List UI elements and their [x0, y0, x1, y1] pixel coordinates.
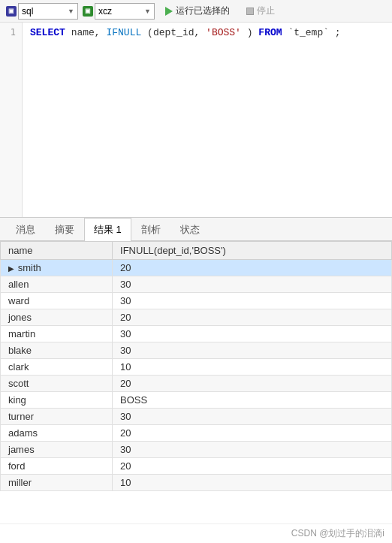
- stop-button[interactable]: 停止: [240, 3, 281, 19]
- db-selector[interactable]: ▣ sql ▼: [6, 3, 78, 20]
- cell-name: ▶ smith: [1, 260, 113, 276]
- tab-message[interactable]: 消息: [6, 218, 45, 241]
- cell-value: 30: [113, 409, 392, 425]
- cell-value: 30: [113, 276, 392, 293]
- cell-value: 20: [113, 260, 392, 276]
- run-label: 运行已选择的: [176, 5, 230, 17]
- cell-name: adams: [1, 425, 113, 442]
- table-row[interactable]: kingBOSS: [1, 392, 392, 409]
- cell-value: 10: [113, 359, 392, 376]
- table-row[interactable]: turner30: [1, 409, 392, 425]
- watermark-text: CSDN @划过手的泪滴i: [291, 528, 384, 538]
- chevron-down-icon2: ▼: [144, 8, 151, 15]
- cell-name: blake: [1, 342, 113, 359]
- schema-dropdown[interactable]: xcz ▼: [95, 3, 155, 20]
- cell-value: 30: [113, 342, 392, 359]
- run-icon: [165, 7, 173, 16]
- sql-select: SELECT: [30, 27, 65, 38]
- cell-name: miller: [1, 475, 113, 491]
- tab-status[interactable]: 状态: [170, 218, 210, 241]
- sql-ifnull: IFNULL: [106, 27, 141, 38]
- row-indicator: ▶: [8, 264, 18, 273]
- sql-plain-1: name,: [71, 27, 101, 38]
- cell-value: 30: [113, 326, 392, 342]
- line-number-1: 1: [6, 27, 16, 38]
- cell-name: ward: [1, 293, 113, 309]
- cell-name: ford: [1, 458, 113, 475]
- sql-string-boss: 'BOSS': [206, 27, 241, 38]
- table-row[interactable]: allen30: [1, 276, 392, 293]
- schema-selector[interactable]: ▣ xcz ▼: [83, 3, 155, 20]
- table-row[interactable]: scott20: [1, 376, 392, 392]
- footer: CSDN @划过手的泪滴i: [0, 523, 392, 543]
- sql-plain-3: ): [247, 27, 259, 38]
- cell-value: 20: [113, 425, 392, 442]
- sql-table: `t_emp` ;: [288, 27, 340, 38]
- table-row[interactable]: martin30: [1, 326, 392, 342]
- results-table: name IFNULL(dept_id,'BOSS') ▶ smith20all…: [0, 241, 392, 491]
- cell-name: clark: [1, 359, 113, 376]
- chevron-down-icon: ▼: [68, 8, 74, 15]
- toolbar: ▣ sql ▼ ▣ xcz ▼ 运行已选择的 停止: [0, 0, 392, 23]
- stop-icon: [246, 8, 254, 15]
- cell-value: 30: [113, 442, 392, 458]
- db-label: sql: [22, 6, 33, 17]
- cell-name: jones: [1, 309, 113, 326]
- table-row[interactable]: miller10: [1, 475, 392, 491]
- line-numbers: 1: [0, 23, 23, 217]
- db-dropdown[interactable]: sql ▼: [18, 3, 78, 20]
- cell-name: scott: [1, 376, 113, 392]
- table-row[interactable]: adams20: [1, 425, 392, 442]
- cell-value: 30: [113, 293, 392, 309]
- run-button[interactable]: 运行已选择的: [159, 3, 236, 19]
- tab-summary[interactable]: 摘要: [45, 218, 84, 241]
- stop-label: 停止: [257, 5, 275, 17]
- tabs-bar: 消息 摘要 结果 1 剖析 状态: [0, 218, 392, 241]
- cell-value: 10: [113, 475, 392, 491]
- tab-results[interactable]: 结果 1: [84, 218, 131, 241]
- table-row[interactable]: ▶ smith20: [1, 260, 392, 276]
- cell-name: king: [1, 392, 113, 409]
- cell-value: 20: [113, 458, 392, 475]
- db-icon: ▣: [6, 6, 17, 17]
- table-header-row: name IFNULL(dept_id,'BOSS'): [1, 242, 392, 260]
- main-content: 1 SELECT name, IFNULL (dept_id, 'BOSS' )…: [0, 23, 392, 543]
- table-row[interactable]: blake30: [1, 342, 392, 359]
- table-row[interactable]: jones20: [1, 309, 392, 326]
- table-row[interactable]: ford20: [1, 458, 392, 475]
- sql-plain-2: (dept_id,: [147, 27, 200, 38]
- cell-name: allen: [1, 276, 113, 293]
- table-row[interactable]: james30: [1, 442, 392, 458]
- table-row[interactable]: clark10: [1, 359, 392, 376]
- schema-label: xcz: [98, 6, 112, 17]
- schema-icon: ▣: [83, 6, 93, 17]
- col-value-header: IFNULL(dept_id,'BOSS'): [113, 242, 392, 260]
- cell-name: martin: [1, 326, 113, 342]
- tab-profile[interactable]: 剖析: [131, 218, 170, 241]
- cell-value: BOSS: [113, 392, 392, 409]
- col-name-header: name: [1, 242, 113, 260]
- cell-value: 20: [113, 309, 392, 326]
- cell-value: 20: [113, 376, 392, 392]
- sql-from: FROM: [258, 27, 282, 38]
- cell-name: turner: [1, 409, 113, 425]
- results-container[interactable]: name IFNULL(dept_id,'BOSS') ▶ smith20all…: [0, 241, 392, 523]
- cell-name: james: [1, 442, 113, 458]
- code-editor[interactable]: SELECT name, IFNULL (dept_id, 'BOSS' ) F…: [23, 23, 392, 217]
- editor-area[interactable]: 1 SELECT name, IFNULL (dept_id, 'BOSS' )…: [0, 23, 392, 218]
- table-row[interactable]: ward30: [1, 293, 392, 309]
